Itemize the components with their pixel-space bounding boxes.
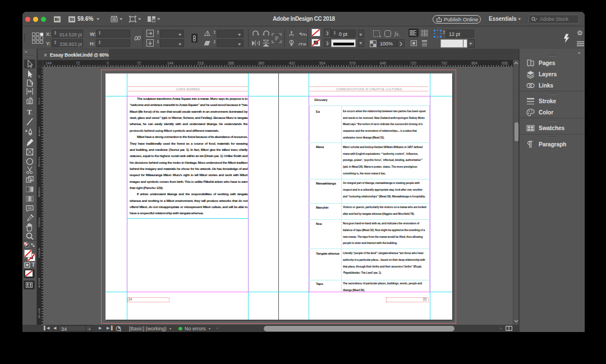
svg-text:P: P <box>275 35 278 42</box>
